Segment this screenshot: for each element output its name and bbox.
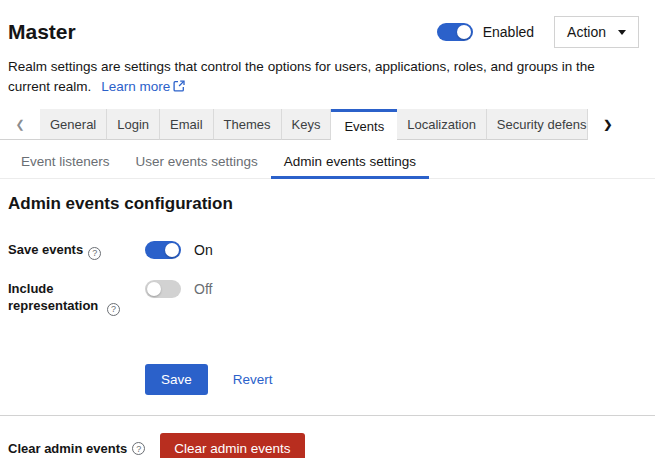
question-circle-icon[interactable]: ? (107, 303, 120, 316)
events-subtabs: Event listeners User events settings Adm… (0, 146, 655, 179)
save-events-label: Save events? (8, 241, 145, 260)
include-representation-switch[interactable] (145, 280, 181, 298)
realm-description-text: Realm settings are settings that control… (8, 59, 595, 94)
learn-more-link[interactable]: Learn more (101, 79, 185, 94)
admin-events-section: Admin events configuration Save events? … (0, 179, 655, 395)
tab-email[interactable]: Email (160, 109, 214, 140)
clear-admin-events-label-text: Clear admin events (8, 441, 127, 456)
realm-description: Realm settings are settings that control… (8, 57, 620, 97)
question-circle-icon[interactable]: ? (88, 247, 101, 260)
revert-button[interactable]: Revert (233, 372, 273, 387)
tab-keys[interactable]: Keys (282, 109, 332, 140)
tab-security-defenses[interactable]: Security defens (487, 109, 588, 140)
admin-events-form: Save events? On Include representation ?… (8, 241, 639, 316)
action-dropdown-button[interactable]: Action (554, 16, 639, 48)
include-representation-field: Include representation ? Off (8, 280, 639, 316)
subtab-admin-events-settings[interactable]: Admin events settings (271, 146, 429, 179)
section-title: Admin events configuration (8, 194, 639, 214)
include-representation-control: Off (145, 280, 212, 298)
chevron-right-icon: ❯ (603, 118, 612, 131)
toggle-knob (147, 282, 161, 296)
page-title: Master (8, 20, 76, 44)
clear-admin-events-label: Clear admin events? (8, 441, 145, 456)
save-events-state-label: On (194, 242, 213, 258)
realm-settings-tabbar: ❮ General Login Email Themes Keys Events… (0, 109, 655, 140)
caret-down-icon (618, 30, 626, 35)
include-representation-state-label: Off (194, 281, 212, 297)
tab-general[interactable]: General (40, 109, 107, 140)
action-dropdown-label: Action (567, 24, 606, 40)
save-events-switch[interactable] (145, 241, 181, 259)
clear-admin-events-button[interactable]: Clear admin events (160, 433, 304, 458)
page-header: Master Enabled Action Realm settings are… (0, 0, 655, 97)
save-events-control: On (145, 241, 213, 259)
header-controls: Enabled Action (437, 16, 639, 48)
include-representation-label: Include representation ? (8, 280, 145, 316)
question-circle-icon[interactable]: ? (132, 442, 145, 455)
tab-themes[interactable]: Themes (214, 109, 282, 140)
subtab-event-listeners[interactable]: Event listeners (8, 146, 123, 179)
realm-settings-page: Master Enabled Action Realm settings are… (0, 0, 655, 458)
learn-more-label: Learn more (101, 79, 170, 94)
tab-events[interactable]: Events (331, 109, 397, 140)
save-button[interactable]: Save (145, 364, 208, 395)
tabs-scroll-left-button[interactable]: ❮ (0, 109, 40, 140)
tabs-scroll-right-button[interactable]: ❯ (588, 109, 628, 140)
tab-login[interactable]: Login (107, 109, 160, 140)
clear-admin-events-row: Clear admin events? Clear admin events (0, 416, 655, 458)
include-representation-label-text: Include representation (8, 281, 98, 313)
tab-localization[interactable]: Localization (397, 109, 487, 140)
save-events-label-text: Save events (8, 242, 83, 257)
chevron-left-icon: ❮ (15, 118, 24, 131)
realm-enabled-toggle[interactable] (437, 23, 473, 41)
save-events-field: Save events? On (8, 241, 639, 260)
form-actions: Save Revert (145, 364, 639, 395)
external-link-icon (173, 80, 185, 92)
toggle-knob (457, 25, 471, 39)
subtab-user-events-settings[interactable]: User events settings (123, 146, 271, 179)
enabled-label: Enabled (483, 24, 534, 40)
toggle-knob (165, 243, 179, 257)
